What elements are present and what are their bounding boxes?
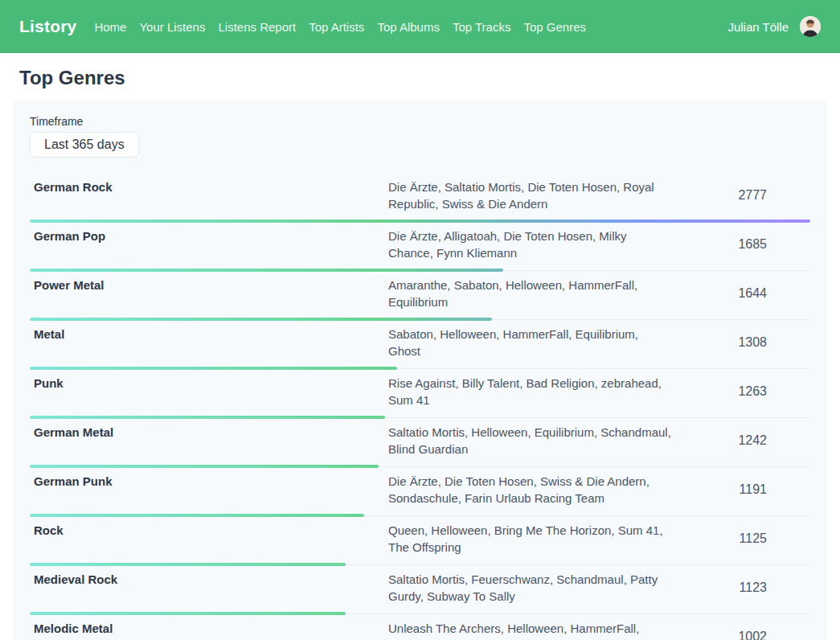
genre-count: 1644	[684, 286, 810, 301]
genre-count: 1123	[684, 581, 810, 595]
genre-progress-bar	[30, 416, 385, 419]
timeframe-select-button[interactable]: Last 365 days	[30, 132, 139, 158]
genre-name: Metal	[30, 326, 388, 359]
genre-row: German Punk Die Ärzte, Die Toten Hosen, …	[30, 467, 810, 516]
genre-row: German Rock Die Ärzte, Saltatio Mortis, …	[30, 173, 810, 222]
genre-progress-bar	[30, 318, 492, 321]
genre-progress-bar	[30, 367, 397, 370]
genre-progress-bar	[30, 612, 346, 615]
genre-artists: Rise Against, Billy Talent, Bad Religion…	[388, 375, 684, 408]
nav-item-listens-report[interactable]: Listens Report	[218, 20, 296, 34]
genre-count: 1002	[684, 630, 810, 640]
genre-count: 1191	[684, 482, 810, 497]
genre-artists: Sabaton, Helloween, HammerFall, Equilibr…	[388, 326, 684, 359]
genre-progress-bar	[30, 563, 346, 566]
genre-name: German Rock	[30, 178, 388, 212]
genre-artists: Die Ärzte, Alligatoah, Die Toten Hosen, …	[388, 228, 684, 261]
top-navbar: Listory Home Your Listens Listens Report…	[0, 0, 840, 53]
genre-name: German Metal	[30, 424, 388, 457]
top-genres-card: Timeframe Last 365 days German Rock Die …	[13, 100, 827, 640]
genre-row: German Metal Saltatio Mortis, Helloween,…	[30, 418, 810, 467]
genre-name: Power Metal	[30, 277, 388, 310]
genre-row: Punk Rise Against, Billy Talent, Bad Rel…	[30, 369, 810, 418]
genre-name: Melodic Metal	[30, 620, 388, 640]
page-title: Top Genres	[19, 67, 821, 89]
genre-row: Melodic Metal Unleash The Archers, Hello…	[30, 614, 810, 640]
genre-progress-bar	[30, 514, 364, 517]
genre-artists: Die Ärzte, Die Toten Hosen, Swiss & Die …	[388, 473, 684, 507]
nav-links: Home Your Listens Listens Report Top Art…	[94, 20, 586, 34]
genre-progress-bar	[30, 219, 810, 223]
genre-count: 1125	[684, 531, 810, 546]
timeframe-filter: Timeframe Last 365 days	[30, 115, 810, 158]
genre-artists: Saltatio Mortis, Feuerschwanz, Schandmau…	[388, 571, 684, 605]
genre-artists: Die Ärzte, Saltatio Mortis, Die Toten Ho…	[388, 178, 684, 212]
genre-row: Power Metal Amaranthe, Sabaton, Hellowee…	[30, 271, 810, 320]
timeframe-label: Timeframe	[30, 115, 810, 128]
genre-artists: Saltatio Mortis, Helloween, Equilibrium,…	[388, 424, 684, 457]
user-avatar[interactable]	[800, 16, 821, 37]
genre-name: Rock	[30, 522, 388, 556]
nav-item-top-artists[interactable]: Top Artists	[309, 20, 364, 34]
genre-progress-bar	[30, 269, 503, 272]
genre-artists: Amaranthe, Sabaton, Helloween, HammerFal…	[388, 277, 684, 310]
user-photo-icon	[800, 16, 821, 37]
user-name[interactable]: Julian Tölle	[727, 20, 789, 34]
genre-name: German Punk	[30, 473, 388, 507]
genre-row: Metal Sabaton, Helloween, HammerFall, Eq…	[30, 320, 810, 369]
genre-name: Medieval Rock	[30, 571, 388, 605]
genre-row: Medieval Rock Saltatio Mortis, Feuerschw…	[30, 565, 810, 614]
nav-item-home[interactable]: Home	[94, 20, 126, 34]
genre-count: 1308	[684, 335, 810, 350]
genre-progress-bar	[30, 465, 379, 468]
nav-item-top-genres[interactable]: Top Genres	[523, 20, 586, 34]
genre-count: 1685	[684, 237, 810, 252]
brand-logo[interactable]: Listory	[19, 17, 76, 36]
genre-count: 2777	[684, 188, 810, 203]
genre-count: 1242	[684, 433, 810, 448]
genre-count: 1263	[684, 384, 810, 399]
genre-row: Rock Queen, Helloween, Bring Me The Hori…	[30, 516, 810, 565]
genre-artists: Queen, Helloween, Bring Me The Horizon, …	[388, 522, 684, 556]
nav-item-your-listens[interactable]: Your Listens	[139, 20, 205, 34]
genre-name: Punk	[30, 375, 388, 408]
nav-item-top-tracks[interactable]: Top Tracks	[453, 20, 511, 34]
genre-row: German Pop Die Ärzte, Alligatoah, Die To…	[30, 222, 810, 271]
nav-item-top-albums[interactable]: Top Albums	[377, 20, 440, 34]
genres-table: German Rock Die Ärzte, Saltatio Mortis, …	[30, 173, 810, 640]
genre-name: German Pop	[30, 228, 388, 261]
genre-artists: Unleash The Archers, Helloween, HammerFa…	[388, 620, 684, 640]
